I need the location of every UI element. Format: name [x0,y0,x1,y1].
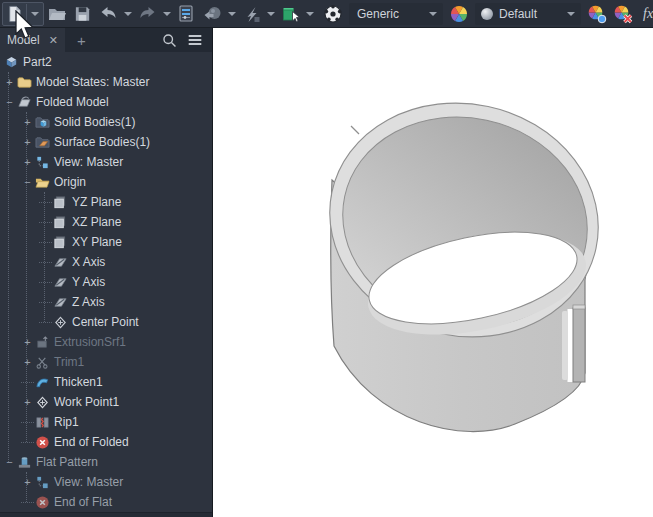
update-dropdown-icon[interactable] [267,12,275,16]
expand-icon[interactable]: + [21,117,34,128]
select-button[interactable] [277,2,304,26]
thicken-icon [34,374,50,390]
tree-item-label: ExtrusionSrf1 [54,335,126,349]
tree-item-label: View: Master [54,155,123,169]
tree-stub [39,242,52,243]
tree-item-work-point1[interactable]: + Work Point1 [0,392,212,412]
expand-icon[interactable]: + [21,337,34,348]
material-ball-icon [320,2,346,26]
tree-item-xy-plane[interactable]: XY Plane [0,232,212,252]
origin-folder-icon [34,174,50,190]
folded-model-icon [16,94,32,110]
tree-item-label: Trim1 [54,355,84,369]
redo-dropdown-icon[interactable] [163,12,171,16]
expand-icon[interactable]: + [21,137,34,148]
clear-appearance-button[interactable] [610,2,636,26]
tree-item-label: Model States: Master [36,75,149,89]
adjust-appearance-button[interactable] [584,2,610,26]
display-update-button[interactable] [173,2,199,26]
expand-icon[interactable]: + [3,77,16,88]
tree-item-z-axis[interactable]: Z Axis [0,292,212,312]
tree-item-end-of-flat[interactable]: End of Flat [0,492,212,512]
tree-item-flat-pattern[interactable]: − Flat Pattern [0,452,212,472]
close-icon[interactable]: ✕ [49,34,58,47]
fx-icon: fx [639,6,653,22]
expand-icon[interactable]: + [21,397,34,408]
material-select[interactable]: Generic [349,3,443,25]
tree-item-label: View: Master [54,475,123,489]
tree-item-y-axis[interactable]: Y Axis [0,272,212,292]
tree-item-flat-view-master[interactable]: + View: Master [0,472,212,492]
tree-item-label: Rip1 [54,415,79,429]
appearance-wheel-icon [446,2,472,26]
tree-item-label: Work Point1 [54,395,119,409]
quick-access-toolbar: Generic Default fx [0,0,653,28]
tree-stub [39,282,52,283]
tree-item-label: XZ Plane [72,215,121,229]
solid-bodies-folder-icon [34,114,50,130]
tree-stub [39,322,52,323]
collapse-icon[interactable]: − [3,97,16,108]
tree-stub [39,302,52,303]
tree-item-label: Y Axis [72,275,105,289]
tree-item-label: X Axis [72,255,105,269]
tree-item-thicken1[interactable]: Thicken1 [0,372,212,392]
tree-stub [21,382,34,383]
view-icon [34,474,50,490]
material-value: Generic [357,7,399,21]
tree-item-model-states[interactable]: + Model States: Master [0,72,212,92]
folder-icon [16,74,32,90]
tree-item-yz-plane[interactable]: YZ Plane [0,192,212,212]
save-button[interactable] [70,2,95,26]
tree-item-label: Thicken1 [54,375,103,389]
tree-item-surface-bodies[interactable]: + Surface Bodies(1) [0,132,212,152]
part-icon [3,54,19,70]
expand-icon[interactable]: + [21,157,34,168]
tree-item-xz-plane[interactable]: XZ Plane [0,212,212,232]
rim-seam-line [351,126,359,134]
search-icon[interactable] [161,32,178,49]
plane-icon [52,234,68,250]
return-dropdown-icon[interactable] [228,12,236,16]
tree-stub [39,262,52,263]
tree-item-label: Origin [54,175,86,189]
chevron-down-icon [567,12,575,16]
tree-stub [21,442,34,443]
tree-item-origin[interactable]: − Origin [0,172,212,192]
add-tab-button[interactable]: + [77,32,86,49]
appearance-select[interactable]: Default [475,3,581,25]
plane-icon [52,194,68,210]
end-of-flat-icon [34,494,50,510]
tree-item-center-point[interactable]: Center Point [0,312,212,332]
tree-item-end-of-folded[interactable]: End of Folded [0,432,212,452]
expand-icon[interactable]: + [21,477,34,488]
tree-item-extrusionsrf1[interactable]: + ExtrusionSrf1 [0,332,212,352]
tree-item-part2[interactable]: Part2 [0,52,212,72]
tree-item-solid-bodies[interactable]: + Solid Bodies(1) [0,112,212,132]
menu-icon[interactable] [186,31,204,49]
plane-icon [52,214,68,230]
flat-pattern-icon [16,454,32,470]
tree-stub [39,202,52,203]
tree-item-view-master[interactable]: + View: Master [0,152,212,172]
collapse-icon[interactable]: − [3,457,16,468]
expand-icon[interactable]: + [21,357,34,368]
viewport-3d[interactable] [213,28,653,517]
return-sphere-button[interactable] [199,2,226,26]
collapse-icon[interactable]: − [21,177,34,188]
redo-button[interactable] [134,2,161,26]
rip-gap [568,309,574,382]
part-model-cylinder [213,28,653,517]
appearance-sphere-icon [479,6,495,22]
local-update-button[interactable] [238,2,265,26]
tree-item-rip1[interactable]: Rip1 [0,412,212,432]
undo-button[interactable] [95,2,122,26]
tree-item-trim1[interactable]: + Trim1 [0,352,212,372]
tree-item-folded-model[interactable]: − Folded Model [0,92,212,112]
end-of-folded-icon [34,434,50,450]
undo-dropdown-icon[interactable] [124,12,132,16]
tree-item-x-axis[interactable]: X Axis [0,252,212,272]
open-button[interactable] [44,2,70,26]
select-dropdown-icon[interactable] [306,12,314,16]
parameters-button[interactable]: fx [636,2,653,26]
